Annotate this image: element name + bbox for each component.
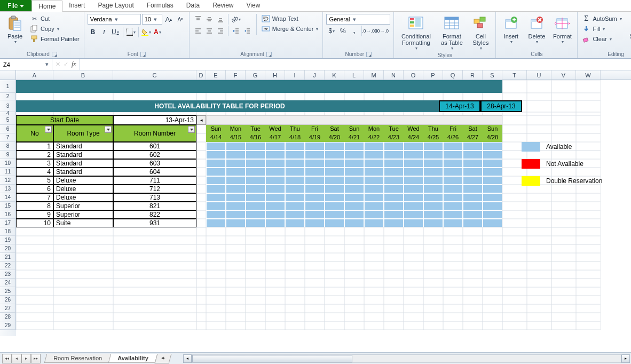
availability-cell[interactable] bbox=[404, 210, 423, 219]
align-center-button[interactable] bbox=[204, 26, 215, 36]
row-header[interactable]: 27 bbox=[0, 304, 16, 313]
column-header[interactable]: Q bbox=[443, 70, 463, 80]
availability-cell[interactable] bbox=[364, 168, 384, 176]
availability-cell[interactable] bbox=[344, 193, 364, 202]
date-scroll-left[interactable]: ◂ bbox=[196, 115, 206, 125]
availability-cell[interactable] bbox=[265, 159, 285, 168]
availability-cell[interactable] bbox=[443, 219, 463, 227]
availability-cell[interactable] bbox=[206, 168, 226, 176]
increase-indent-button[interactable] bbox=[242, 26, 253, 36]
availability-cell[interactable] bbox=[443, 142, 463, 151]
availability-cell[interactable] bbox=[206, 193, 226, 202]
availability-cell[interactable] bbox=[423, 142, 443, 151]
availability-cell[interactable] bbox=[344, 185, 364, 193]
row-header[interactable]: 22 bbox=[0, 262, 16, 270]
room-number-cell[interactable]: 931 bbox=[113, 219, 196, 227]
period-to-cell[interactable]: 28-Apr-13 bbox=[480, 100, 522, 112]
availability-cell[interactable] bbox=[226, 219, 246, 227]
column-header[interactable]: D bbox=[196, 70, 206, 80]
column-header[interactable]: J bbox=[305, 70, 325, 80]
availability-cell[interactable] bbox=[246, 168, 265, 176]
room-number-cell[interactable]: 822 bbox=[113, 210, 196, 219]
column-header[interactable]: T bbox=[502, 70, 527, 80]
underline-button[interactable]: U▾ bbox=[110, 27, 121, 37]
tab-insert[interactable]: Insert bbox=[62, 0, 91, 11]
sort-filter-button[interactable]: AZSort & Filter bbox=[625, 14, 631, 47]
decrease-indent-button[interactable] bbox=[231, 26, 241, 36]
cell-styles-button[interactable]: Cell Styles▾ bbox=[469, 14, 492, 52]
font-color-button[interactable]: A▾ bbox=[152, 27, 163, 37]
row-header[interactable]: 2 bbox=[0, 93, 16, 100]
clear-button[interactable]: Clear▾ bbox=[581, 34, 622, 44]
column-header[interactable]: E bbox=[206, 70, 226, 80]
format-painter-button[interactable]: Format Painter bbox=[29, 34, 81, 44]
availability-cell[interactable] bbox=[463, 168, 483, 176]
select-all-corner[interactable] bbox=[0, 70, 16, 80]
availability-cell[interactable] bbox=[226, 176, 246, 185]
row-header[interactable]: 15 bbox=[0, 202, 16, 210]
availability-cell[interactable] bbox=[423, 176, 443, 185]
align-middle-button[interactable] bbox=[204, 14, 215, 25]
column-header[interactable]: I bbox=[285, 70, 305, 80]
availability-cell[interactable] bbox=[226, 151, 246, 159]
align-top-button[interactable] bbox=[193, 14, 203, 25]
availability-cell[interactable] bbox=[305, 168, 325, 176]
availability-cell[interactable] bbox=[344, 219, 364, 227]
room-no-cell[interactable]: 6 bbox=[16, 185, 53, 193]
row-header[interactable]: 19 bbox=[0, 236, 16, 244]
sheet-tab-availability[interactable]: Availability bbox=[108, 354, 157, 363]
availability-cell[interactable] bbox=[384, 210, 404, 219]
availability-cell[interactable] bbox=[463, 185, 483, 193]
availability-cell[interactable] bbox=[443, 176, 463, 185]
availability-cell[interactable] bbox=[404, 202, 423, 210]
formula-input[interactable] bbox=[80, 59, 631, 70]
filter-dropdown[interactable] bbox=[188, 126, 195, 133]
row-header[interactable]: 24 bbox=[0, 279, 16, 287]
copy-button[interactable]: Copy▾ bbox=[29, 24, 81, 34]
availability-cell[interactable] bbox=[443, 168, 463, 176]
availability-cell[interactable] bbox=[483, 176, 502, 185]
tab-view[interactable]: View bbox=[240, 0, 267, 11]
availability-cell[interactable] bbox=[325, 193, 344, 202]
availability-cell[interactable] bbox=[344, 210, 364, 219]
availability-cell[interactable] bbox=[265, 176, 285, 185]
availability-cell[interactable] bbox=[483, 219, 502, 227]
fill-color-button[interactable]: ▾ bbox=[141, 27, 152, 37]
grow-font-button[interactable]: A▴ bbox=[163, 14, 174, 25]
room-number-cell[interactable]: 712 bbox=[113, 185, 196, 193]
availability-cell[interactable] bbox=[384, 151, 404, 159]
row-header[interactable]: 17 bbox=[0, 219, 16, 227]
column-header[interactable]: O bbox=[404, 70, 423, 80]
column-header[interactable]: F bbox=[226, 70, 246, 80]
row-header[interactable]: 9 bbox=[0, 151, 16, 159]
column-header[interactable]: L bbox=[344, 70, 364, 80]
autosum-button[interactable]: ΣAutoSum▾ bbox=[581, 14, 622, 23]
availability-cell[interactable] bbox=[404, 151, 423, 159]
availability-cell[interactable] bbox=[246, 219, 265, 227]
font-size-combo[interactable]: 10▾ bbox=[142, 14, 162, 25]
cells-area[interactable]: HOTEL AVAILABILITY TABLE FOR PERIOD14-Ap… bbox=[16, 80, 631, 336]
dialog-launcher-icon[interactable] bbox=[366, 52, 372, 57]
availability-cell[interactable] bbox=[246, 142, 265, 151]
availability-cell[interactable] bbox=[206, 159, 226, 168]
availability-cell[interactable] bbox=[206, 185, 226, 193]
font-name-combo[interactable]: Verdana▾ bbox=[88, 14, 141, 25]
availability-cell[interactable] bbox=[423, 210, 443, 219]
availability-cell[interactable] bbox=[404, 142, 423, 151]
availability-cell[interactable] bbox=[305, 185, 325, 193]
row-header[interactable]: 5 bbox=[0, 115, 16, 125]
cut-button[interactable]: ✂Cut bbox=[29, 14, 81, 23]
orientation-button[interactable]: ab▾ bbox=[231, 14, 241, 25]
availability-cell[interactable] bbox=[463, 176, 483, 185]
availability-cell[interactable] bbox=[463, 193, 483, 202]
tab-formulas[interactable]: Formulas bbox=[140, 0, 180, 11]
availability-cell[interactable] bbox=[285, 210, 305, 219]
start-date-value[interactable]: 13-Apr-13 bbox=[113, 115, 196, 125]
availability-cell[interactable] bbox=[325, 210, 344, 219]
row-header[interactable]: 14 bbox=[0, 193, 16, 202]
availability-cell[interactable] bbox=[285, 151, 305, 159]
availability-cell[interactable] bbox=[364, 210, 384, 219]
tab-data[interactable]: Data bbox=[180, 0, 206, 11]
column-header[interactable]: U bbox=[527, 70, 551, 80]
availability-cell[interactable] bbox=[305, 176, 325, 185]
